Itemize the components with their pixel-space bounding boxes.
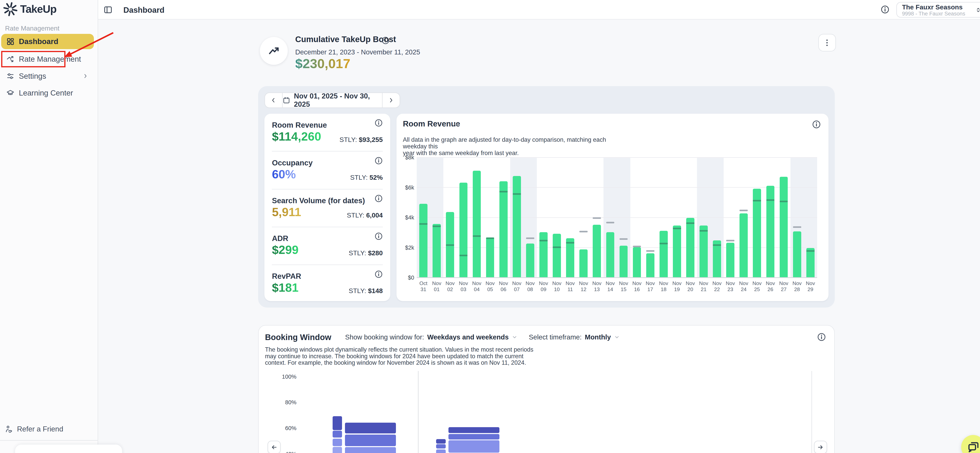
chevron-down-icon bbox=[614, 334, 620, 340]
x-tick-label: Nov24 bbox=[737, 280, 750, 292]
chevron-right-icon bbox=[83, 73, 88, 79]
revenue-info-icon[interactable] bbox=[812, 120, 821, 129]
revenue-bar bbox=[686, 218, 694, 277]
metric-label: RevPAR bbox=[272, 272, 301, 280]
boost-menu-button[interactable] bbox=[818, 34, 836, 51]
property-selector[interactable]: The Fauxr Seasons 9998 - The Fauxr Seaso… bbox=[896, 2, 980, 17]
info-icon[interactable] bbox=[375, 119, 383, 127]
user-card-cutoff[interactable] bbox=[15, 445, 122, 453]
metric-row-room-revenue: Room Revenue $114,260 STLY: $93,255 bbox=[272, 114, 383, 152]
stly-marker bbox=[473, 235, 481, 237]
stly-marker bbox=[606, 222, 614, 223]
booking-bar-segment bbox=[332, 439, 342, 446]
logo-text: TakeUp bbox=[20, 3, 56, 15]
date-range-selector: Nov 01, 2025 - Nov 30, 2025 bbox=[264, 92, 400, 108]
booking-info-icon[interactable] bbox=[817, 333, 826, 341]
stly-marker bbox=[486, 238, 494, 239]
boost-amount: $230,017 bbox=[295, 56, 350, 71]
refer-a-friend-button[interactable]: Refer a Friend bbox=[5, 425, 63, 433]
metric-stly: STLY: $280 bbox=[349, 249, 383, 257]
chevron-down-icon[interactable] bbox=[453, 122, 459, 128]
sidebar-item-learning-center[interactable]: Learning Center bbox=[1, 86, 94, 101]
app-root: TakeUp Rate Management Dashboard Rate Ma… bbox=[0, 0, 980, 453]
x-tick-label: Nov05 bbox=[484, 280, 497, 292]
booking-bar-segment bbox=[449, 427, 500, 433]
revenue-bar bbox=[633, 247, 641, 277]
revenue-bar bbox=[740, 213, 748, 277]
page-title: Dashboard bbox=[123, 6, 164, 15]
stly-marker bbox=[460, 255, 468, 256]
next-period-button[interactable] bbox=[383, 93, 399, 108]
stly-marker bbox=[700, 230, 708, 231]
settings-sliders-icon bbox=[6, 72, 14, 80]
metric-stly: STLY: 52% bbox=[350, 174, 383, 181]
booking-prev-button[interactable] bbox=[267, 441, 281, 453]
booking-next-button[interactable] bbox=[814, 441, 827, 453]
stly-marker bbox=[500, 191, 508, 192]
x-tick-label: Nov14 bbox=[603, 280, 617, 292]
revenue-bar bbox=[460, 183, 468, 277]
x-tick-label: Oct31 bbox=[417, 280, 430, 292]
revenue-bar bbox=[473, 171, 481, 277]
metric-value: 60% bbox=[272, 167, 296, 181]
metric-label: ADR bbox=[272, 234, 288, 243]
property-info-icon[interactable] bbox=[881, 5, 889, 14]
booking-bar-segment bbox=[449, 440, 500, 453]
x-tick-label: Nov07 bbox=[510, 280, 523, 292]
revenue-chart-title: Room Revenue bbox=[403, 119, 460, 128]
x-tick-label: Nov19 bbox=[670, 280, 684, 292]
metric-label: Occupancy bbox=[272, 158, 313, 167]
sidebar-section-label: Rate Management bbox=[5, 24, 59, 32]
booking-window-card: Booking Window Show booking window for: … bbox=[258, 325, 835, 453]
sidebar-item-dashboard[interactable]: Dashboard bbox=[1, 34, 94, 49]
x-tick-label: Nov15 bbox=[617, 280, 630, 292]
metric-stly: STLY: $148 bbox=[349, 287, 383, 295]
sidebar-item-rate-management[interactable]: Rate Management bbox=[1, 51, 94, 67]
sidebar-item-label: Settings bbox=[19, 72, 46, 81]
booking-bar-segment bbox=[332, 431, 342, 437]
stly-marker bbox=[686, 222, 694, 224]
stly-marker bbox=[513, 193, 521, 195]
sidebar-toggle-icon[interactable] bbox=[103, 5, 113, 14]
boost-info-icon[interactable] bbox=[382, 36, 390, 44]
revenue-bar bbox=[579, 249, 588, 277]
stly-marker bbox=[553, 247, 561, 248]
revenue-bar bbox=[539, 232, 547, 277]
x-tick-label: Nov12 bbox=[577, 280, 590, 292]
revenue-bar bbox=[646, 253, 654, 277]
booking-y-tick-label: 80% bbox=[280, 399, 296, 405]
booking-bar-segment bbox=[345, 447, 396, 453]
timeframe-dropdown[interactable]: Monthly bbox=[585, 333, 611, 341]
x-tick-label: Nov04 bbox=[470, 280, 483, 292]
sidebar-item-settings[interactable]: Settings bbox=[1, 68, 94, 84]
y-tick-label: $4k bbox=[396, 214, 414, 221]
stly-marker bbox=[780, 201, 788, 202]
x-tick-label: Nov20 bbox=[684, 280, 697, 292]
revenue-bar bbox=[419, 204, 428, 277]
stly-marker bbox=[753, 200, 761, 201]
stly-marker bbox=[726, 240, 734, 241]
boost-avatar bbox=[260, 37, 288, 65]
show-booking-dropdown[interactable]: Weekdays and weekends bbox=[427, 333, 509, 341]
x-tick-label: Nov13 bbox=[590, 280, 603, 292]
metric-row-revpar: RevPAR $181 STLY: $148 bbox=[272, 265, 383, 302]
sidebar-footer-divider bbox=[0, 440, 98, 441]
stly-marker bbox=[539, 240, 547, 241]
revenue-bar bbox=[500, 181, 508, 277]
sidebar-item-label: Learning Center bbox=[19, 89, 73, 97]
revenue-bar bbox=[433, 224, 441, 277]
info-icon[interactable] bbox=[375, 232, 383, 241]
metric-label: Search Volume (for dates) bbox=[272, 196, 365, 205]
booking-bar-segment bbox=[345, 435, 396, 446]
info-icon[interactable] bbox=[375, 195, 383, 203]
revenue-bar bbox=[593, 225, 601, 277]
stly-marker bbox=[766, 199, 775, 201]
date-range-button[interactable]: Nov 01, 2025 - Nov 30, 2025 bbox=[282, 93, 383, 108]
stly-marker bbox=[673, 228, 681, 229]
arrow-left-icon bbox=[270, 444, 278, 451]
revenue-bar bbox=[566, 238, 574, 277]
info-icon[interactable] bbox=[375, 157, 383, 165]
info-icon[interactable] bbox=[375, 270, 383, 279]
prev-period-button[interactable] bbox=[265, 93, 282, 108]
takeup-logo: TakeUp bbox=[3, 2, 56, 16]
